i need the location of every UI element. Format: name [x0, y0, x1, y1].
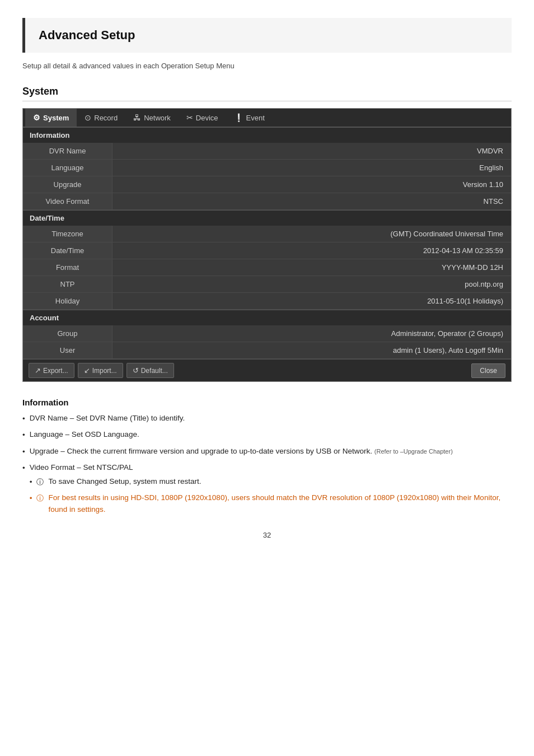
event-icon: ❕: [234, 113, 243, 122]
row-value: YYYY-MM-DD 12H: [113, 259, 511, 276]
default-label: Default...: [141, 367, 168, 375]
row-label: DVR Name: [23, 143, 113, 159]
list-item: DVR Name – Set DVR Name (Title) to ident…: [22, 413, 512, 424]
tab-device-label: Device: [196, 114, 218, 122]
subtitle: Setup all detail & advanced values in ea…: [22, 62, 512, 70]
list-item-text: DVR Name – Set DVR Name (Title) to ident…: [30, 413, 512, 424]
close-label: Close: [480, 367, 497, 375]
row-label: NTP: [23, 276, 113, 292]
sub-note-item: ⓘTo save Changed Setup, system must rest…: [30, 476, 512, 488]
table-row[interactable]: DVR NameVMDVR: [23, 143, 511, 160]
panel-section-header: Date/Time: [23, 210, 511, 226]
tab-event[interactable]: ❕ Event: [226, 109, 273, 127]
record-icon: ⊙: [85, 113, 91, 122]
row-value: NTSC: [113, 193, 511, 209]
row-value: 2012-04-13 AM 02:35:59: [113, 242, 511, 259]
row-value: pool.ntp.org: [113, 276, 511, 292]
import-icon: ↙: [84, 366, 90, 375]
row-value: English: [113, 160, 511, 176]
table-row[interactable]: UpgradeVersion 1.10: [23, 176, 511, 193]
device-icon: ✂: [186, 113, 193, 122]
panel-section-header: Account: [23, 310, 511, 325]
import-button[interactable]: ↙ Import...: [78, 363, 123, 378]
page-number: 32: [0, 531, 534, 539]
info-circle-icon: ⓘ: [36, 493, 44, 504]
row-label: User: [23, 342, 113, 358]
network-icon: 🖧: [133, 113, 141, 122]
export-label: Export...: [43, 367, 68, 375]
sub-note-text: For best results in using HD-SDI, 1080P …: [48, 492, 512, 515]
row-value: admin (1 Users), Auto Logoff 5Min: [113, 342, 511, 358]
row-label: Upgrade: [23, 176, 113, 193]
row-label: Timezone: [23, 226, 113, 242]
export-icon: ↗: [35, 366, 41, 375]
row-label: Group: [23, 325, 113, 342]
section-title: System: [22, 86, 512, 101]
row-label: Video Format: [23, 193, 113, 209]
tab-record[interactable]: ⊙ Record: [77, 109, 125, 127]
page-header: Advanced Setup: [22, 18, 512, 53]
tab-device[interactable]: ✂ Device: [179, 109, 226, 127]
info-circle-icon: ⓘ: [36, 477, 44, 488]
table-row[interactable]: FormatYYYY-MM-DD 12H: [23, 259, 511, 276]
table-row[interactable]: Date/Time2012-04-13 AM 02:35:59: [23, 242, 511, 259]
list-item: Upgrade – Check the current firmware ver…: [22, 446, 512, 458]
list-item-text: Video Format – Set NTSC/PALⓘTo save Chan…: [30, 462, 512, 520]
table-row[interactable]: NTPpool.ntp.org: [23, 276, 511, 293]
tab-network[interactable]: 🖧 Network: [125, 109, 179, 127]
panel-section-header: Information: [23, 127, 511, 143]
row-label: Format: [23, 259, 113, 276]
table-row[interactable]: Timezone(GMT) Coordinated Universal Time: [23, 226, 511, 242]
panel-bottom-bar: ↗ Export... ↙ Import... ↺ Default... Clo…: [23, 359, 511, 381]
export-button[interactable]: ↗ Export...: [29, 363, 74, 378]
tab-bar: ⚙ System ⊙ Record 🖧 Network ✂ Device ❕ E…: [23, 109, 511, 127]
table-row[interactable]: GroupAdministrator, Operator (2 Groups): [23, 325, 511, 342]
list-item: Video Format – Set NTSC/PALⓘTo save Chan…: [22, 462, 512, 520]
sub-note-text: To save Changed Setup, system must resta…: [48, 476, 201, 487]
import-label: Import...: [92, 367, 117, 375]
sub-note-item: ⓘFor best results in using HD-SDI, 1080P…: [30, 492, 512, 515]
row-label: Holiday: [23, 293, 113, 309]
info-list: DVR Name – Set DVR Name (Title) to ident…: [22, 413, 512, 520]
table-row[interactable]: Video FormatNTSC: [23, 193, 511, 210]
panel-content: InformationDVR NameVMDVRLanguageEnglishU…: [23, 127, 511, 359]
list-item-text: Upgrade – Check the current firmware ver…: [30, 446, 512, 457]
table-row[interactable]: Useradmin (1 Users), Auto Logoff 5Min: [23, 342, 511, 359]
tab-system-label: System: [43, 114, 69, 122]
row-label: Language: [23, 160, 113, 176]
table-row[interactable]: Holiday2011-05-10(1 Holidays): [23, 293, 511, 310]
row-value: Administrator, Operator (2 Groups): [113, 325, 511, 342]
dvr-panel: ⚙ System ⊙ Record 🖧 Network ✂ Device ❕ E…: [22, 108, 512, 382]
row-value: (GMT) Coordinated Universal Time: [113, 226, 511, 242]
row-value: VMDVR: [113, 143, 511, 159]
info-heading: Information: [22, 398, 512, 407]
table-row[interactable]: LanguageEnglish: [23, 160, 511, 176]
row-value: 2011-05-10(1 Holidays): [113, 293, 511, 309]
tab-system[interactable]: ⚙ System: [25, 109, 77, 127]
list-item-text: Language – Set OSD Language.: [30, 429, 512, 440]
tab-record-label: Record: [94, 114, 118, 122]
info-section: Information DVR Name – Set DVR Name (Tit…: [22, 398, 512, 520]
sub-notes-list: ⓘTo save Changed Setup, system must rest…: [30, 476, 512, 515]
tab-network-label: Network: [144, 114, 171, 122]
default-button[interactable]: ↺ Default...: [127, 363, 174, 378]
close-button[interactable]: Close: [471, 363, 505, 378]
ref-text: (Refer to –Upgrade Chapter): [374, 448, 453, 455]
row-label: Date/Time: [23, 242, 113, 259]
page-title: Advanced Setup: [39, 28, 498, 43]
list-item: Language – Set OSD Language.: [22, 429, 512, 441]
default-icon: ↺: [133, 366, 139, 375]
system-icon: ⚙: [33, 113, 40, 122]
row-value: Version 1.10: [113, 176, 511, 193]
tab-event-label: Event: [246, 114, 265, 122]
